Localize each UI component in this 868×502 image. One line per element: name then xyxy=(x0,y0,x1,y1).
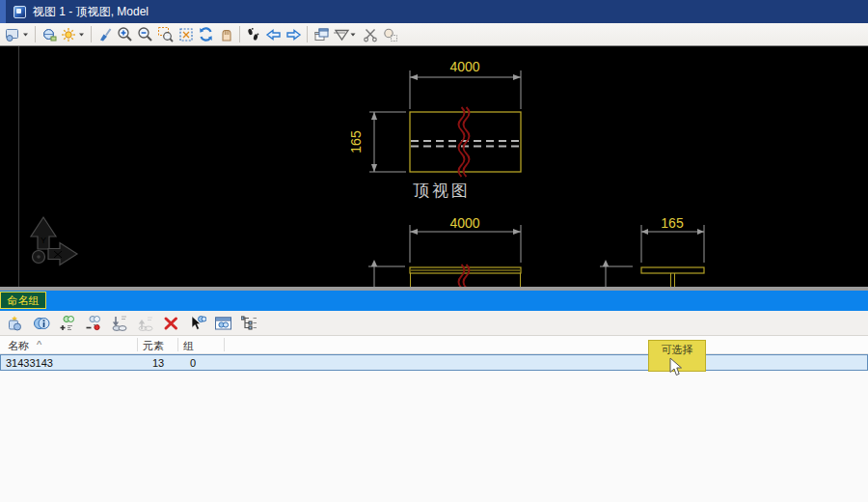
top-view-width-dim: 4000 xyxy=(449,59,479,74)
display-style-icon[interactable] xyxy=(39,24,59,44)
row-groups-cell: 0 xyxy=(190,357,196,369)
table-empty-area[interactable] xyxy=(0,371,868,502)
open-dialog-icon[interactable] xyxy=(213,314,233,333)
acs-triad-icon: Y xyxy=(31,217,77,265)
cad-drawing: 4000 165 顶视图 4000 xyxy=(0,46,868,287)
put-elements-icon[interactable] xyxy=(109,314,129,333)
add-to-group-icon[interactable] xyxy=(57,314,77,333)
top-view-label: 顶视图 xyxy=(413,181,471,200)
new-named-group-icon[interactable] xyxy=(5,314,25,333)
fit-view-icon[interactable] xyxy=(176,24,196,44)
view-attributes-icon[interactable] xyxy=(3,24,32,44)
walk-icon[interactable] xyxy=(243,24,263,44)
view-window-icon xyxy=(14,6,26,18)
zoom-in-icon[interactable] xyxy=(115,24,135,44)
row-elements-cell: 13 xyxy=(152,357,164,369)
front-view-width-dim: 4000 xyxy=(449,215,479,231)
change-view-display-icon[interactable] xyxy=(380,24,400,44)
named-groups-title: 命名组 xyxy=(0,292,46,309)
view-previous-icon[interactable] xyxy=(263,24,284,44)
named-group-info-icon[interactable] xyxy=(31,314,51,333)
column-header-elements[interactable]: 元素 xyxy=(143,339,164,353)
select-group-elements-icon[interactable] xyxy=(187,314,207,333)
rotate-view-icon[interactable] xyxy=(196,24,216,44)
mouse-cursor-icon xyxy=(669,357,684,377)
view-next-icon[interactable] xyxy=(284,24,304,44)
clip-volume-icon[interactable] xyxy=(331,24,360,44)
drop-elements-icon[interactable] xyxy=(135,314,155,333)
column-divider[interactable] xyxy=(177,338,178,351)
zoom-out-icon[interactable] xyxy=(135,24,155,44)
remove-from-group-icon[interactable] xyxy=(83,314,103,333)
tree-view-icon[interactable] xyxy=(239,314,259,333)
named-groups-toolbar xyxy=(0,311,868,336)
side-view-beam-flange[interactable] xyxy=(641,267,704,273)
named-groups-titlebar[interactable] xyxy=(0,291,868,311)
toolbar-separator xyxy=(35,26,36,42)
table-header-row: 名称 ^ 元素 组 xyxy=(0,336,868,354)
toolbar-separator xyxy=(91,26,92,42)
svg-text:Y: Y xyxy=(41,236,46,245)
top-view-group: 4000 165 顶视图 xyxy=(348,59,521,200)
side-view-group: 165 xyxy=(600,215,704,287)
toolbar-separator xyxy=(239,26,240,42)
sort-ascending-icon[interactable]: ^ xyxy=(37,339,41,350)
column-divider[interactable] xyxy=(137,338,138,351)
adjust-brightness-icon[interactable] xyxy=(59,24,88,44)
column-header-name[interactable]: 名称 xyxy=(8,339,29,353)
delete-group-icon[interactable] xyxy=(161,314,181,333)
column-divider[interactable] xyxy=(224,338,225,351)
drawing-canvas[interactable]: 4000 165 顶视图 4000 xyxy=(0,46,868,287)
pan-view-icon[interactable] xyxy=(216,24,236,44)
front-view-group: 4000 xyxy=(368,215,521,287)
row-name-cell: 31433143 xyxy=(6,357,53,369)
window-title: 视图 1 - 顶视图, Model xyxy=(33,4,149,20)
column-header-groups[interactable]: 组 xyxy=(183,339,194,353)
clip-mask-icon[interactable] xyxy=(360,24,380,44)
update-view-icon[interactable] xyxy=(95,24,115,44)
top-view-height-dim: 165 xyxy=(348,130,364,153)
window-titlebar: 视图 1 - 顶视图, Model xyxy=(0,0,868,23)
view-toolbar xyxy=(0,23,868,46)
side-view-width-dim: 165 xyxy=(661,215,684,231)
window-area-icon[interactable] xyxy=(155,24,176,44)
window-accent-strip xyxy=(0,0,6,23)
toolbar-separator xyxy=(307,26,308,42)
table-row[interactable]: 31433143 13 0 xyxy=(0,354,868,371)
copy-view-icon[interactable] xyxy=(311,24,331,44)
